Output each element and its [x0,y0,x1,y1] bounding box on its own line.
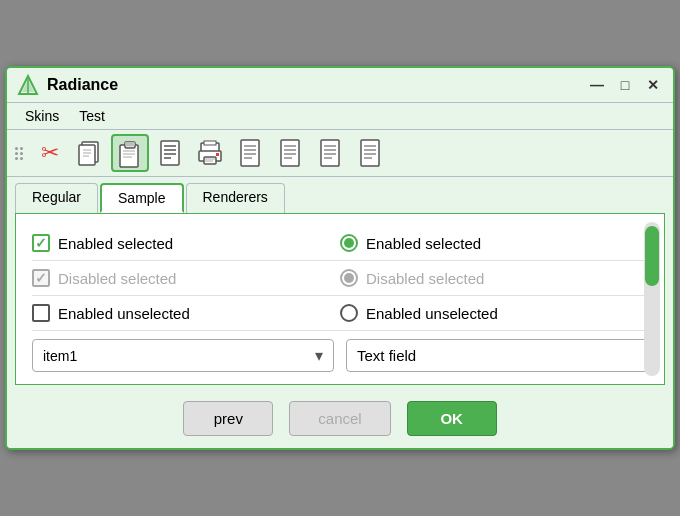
ok-button[interactable]: OK [407,401,497,436]
maximize-button[interactable]: □ [615,75,635,95]
controls-row: item1 ▾ [32,331,648,372]
format-button[interactable] [151,134,189,172]
doc-text-icon-2 [277,138,303,168]
svg-rect-32 [281,140,299,166]
toolbar-grip [13,147,25,160]
checkbox-enabled-unselected-label: Enabled unselected [58,305,190,322]
checkbox-enabled-selected[interactable] [32,234,50,252]
format-icon [157,138,183,168]
tab-renderers[interactable]: Renderers [186,183,285,213]
checkbox-enabled-selected-label: Enabled selected [58,235,173,252]
cut-button[interactable]: ✂ [31,134,69,172]
dropdown-value: item1 [43,348,77,364]
content-panel: Enabled selected Enabled selected Disabl… [15,213,665,385]
grip-dot [20,152,23,155]
svg-rect-27 [241,140,259,166]
radio-disabled-selected-label: Disabled selected [366,270,484,287]
menu-skins[interactable]: Skins [15,105,69,127]
doc-text-icon-3 [317,138,343,168]
copy-button[interactable] [71,134,109,172]
title-bar: Radiance — □ ✕ [7,68,673,103]
radio-enabled-selected[interactable] [340,234,358,252]
menu-test[interactable]: Test [69,105,115,127]
main-window: Radiance — □ ✕ Skins Test [5,66,675,450]
printer-icon [196,139,224,167]
minimize-button[interactable]: — [587,75,607,95]
scrollbar[interactable] [644,222,660,376]
check-col-1-1: Enabled selected [32,234,340,252]
check-col-3-2: Enabled unselected [340,304,648,322]
svg-rect-24 [216,153,219,156]
check-col-2-2: Disabled selected [340,269,648,287]
menu-bar: Skins Test [7,103,673,130]
doc-text-icon-1 [237,138,263,168]
svg-rect-23 [204,141,216,145]
radio-enabled-unselected-label: Enabled unselected [366,305,498,322]
paste-button[interactable] [111,134,149,172]
window-controls: — □ ✕ [587,75,663,95]
grip-dot [20,157,23,160]
check-col-1-2: Enabled selected [340,234,648,252]
dropdown-item[interactable]: item1 ▾ [32,339,334,372]
check-col-3-1: Enabled unselected [32,304,340,322]
grip-dot [15,152,18,155]
print-button[interactable] [191,134,229,172]
radio-enabled-selected-label: Enabled selected [366,235,481,252]
close-button[interactable]: ✕ [643,75,663,95]
cancel-button[interactable]: cancel [289,401,390,436]
dropdown-arrow-icon: ▾ [315,346,323,365]
svg-rect-11 [125,142,135,146]
doc-text-button-2[interactable] [271,134,309,172]
svg-rect-37 [321,140,339,166]
toolbar: ✂ [7,130,673,177]
scissors-icon: ✂ [41,140,59,166]
tab-sample[interactable]: Sample [100,183,183,213]
tab-regular[interactable]: Regular [15,183,98,213]
copy-icon [76,138,104,168]
check-row-3: Enabled unselected Enabled unselected [32,296,648,331]
check-row-2: Disabled selected Disabled selected [32,261,648,296]
doc-text-button-1[interactable] [231,134,269,172]
checkbox-enabled-unselected[interactable] [32,304,50,322]
paste-icon [116,137,144,169]
scrollbar-thumb[interactable] [645,226,659,286]
checkbox-disabled-selected [32,269,50,287]
svg-rect-15 [161,141,179,165]
radio-enabled-unselected[interactable] [340,304,358,322]
checkbox-disabled-selected-label: Disabled selected [58,270,176,287]
tab-bar: Regular Sample Renderers [7,177,673,213]
app-title: Radiance [47,76,587,94]
check-col-2-1: Disabled selected [32,269,340,287]
grip-dot [20,147,23,150]
doc-text-button-3[interactable] [311,134,349,172]
content-inner: Enabled selected Enabled selected Disabl… [32,226,648,372]
button-row: prev cancel OK [7,393,673,448]
svg-rect-42 [361,140,379,166]
check-row-1: Enabled selected Enabled selected [32,226,648,261]
grip-dot [15,147,18,150]
app-logo [17,74,39,96]
prev-button[interactable]: prev [183,401,273,436]
doc-text-icon-4 [357,138,383,168]
doc-text-button-4[interactable] [351,134,389,172]
radio-disabled-selected [340,269,358,287]
text-field-input[interactable] [346,339,648,372]
grip-dot [15,157,18,160]
svg-rect-5 [79,145,95,165]
